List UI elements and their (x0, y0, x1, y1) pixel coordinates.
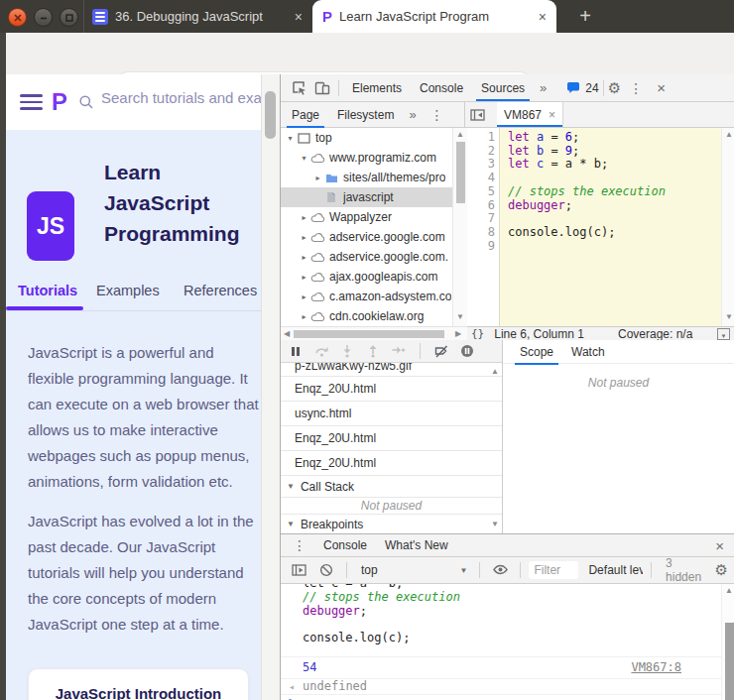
tree-item-cdn-cookielaw-org[interactable]: ▸cdn.cookielaw.org (281, 306, 452, 326)
expander-icon[interactable]: ▾ (299, 154, 309, 163)
tutorial-card[interactable]: JavaScript Introduction (28, 668, 249, 700)
tab-scope[interactable]: Scope (511, 338, 562, 365)
scroll-down-icon[interactable]: ▼ (725, 312, 733, 321)
tab-watch[interactable]: Watch (562, 338, 614, 365)
line-number[interactable]: 9 (467, 240, 495, 254)
console-prompt-icon[interactable]: > (289, 696, 296, 700)
scroll-right-icon[interactable]: ▶ (455, 329, 461, 338)
tab-close-icon[interactable]: × (295, 9, 303, 25)
editor-scrollbar[interactable]: ▲ ▼ (721, 128, 734, 326)
editor-tab-close-icon[interactable]: × (549, 108, 555, 122)
pause-on-exceptions-icon[interactable] (458, 342, 476, 360)
collapse-icon[interactable]: ▼ (287, 520, 295, 528)
expander-icon[interactable]: ▸ (299, 312, 309, 321)
tree-item-adservice-google-com[interactable]: ▸adservice.google.com (281, 227, 452, 247)
search-input[interactable] (99, 88, 261, 107)
thread-row[interactable]: Enqz_20U.html (281, 426, 502, 451)
programiz-logo[interactable]: P (52, 88, 67, 116)
devtools-close-icon[interactable]: × (651, 79, 672, 96)
hide-navigator-icon[interactable] (465, 103, 489, 127)
tree-item-top[interactable]: ▾top (281, 128, 452, 148)
tree-horizontal-scrollbar[interactable]: ◀ ▶ (281, 326, 467, 340)
call-stack-section[interactable]: ▼ Call Stack (281, 476, 502, 498)
console-filter-input[interactable] (529, 561, 578, 579)
line-number[interactable]: 1 (467, 131, 495, 145)
step-into-icon[interactable] (338, 342, 356, 360)
drawer-menu-icon[interactable]: ⋮ (285, 537, 314, 553)
settings-gear-icon[interactable]: ⚙ (608, 79, 621, 97)
devtools-tab-sources[interactable]: Sources (472, 74, 534, 101)
tab-close-icon[interactable]: × (539, 9, 547, 25)
line-number[interactable]: 4 (467, 172, 495, 185)
tree-item-c-amazon-adsystem-co[interactable]: ▸c.amazon-adsystem.co (281, 287, 452, 306)
step-out-icon[interactable] (364, 342, 382, 360)
expander-icon[interactable]: ▸ (299, 213, 309, 222)
tab-tutorials[interactable]: Tutorials (18, 283, 77, 298)
pause-script-icon[interactable] (287, 342, 305, 360)
drawer-tab-console[interactable]: Console (314, 532, 376, 559)
thread-row[interactable]: Enqz_20U.html (281, 451, 502, 476)
line-number[interactable]: 7 (467, 212, 495, 226)
scroll-down-icon[interactable]: ▼ (491, 520, 499, 528)
line-number[interactable]: 6 (467, 199, 495, 213)
thread-row[interactable]: p-zLwwaKwy-nzw5.gif (281, 363, 502, 377)
scroll-up-icon[interactable]: ▲ (725, 586, 733, 595)
line-number[interactable]: 5 (467, 185, 495, 199)
more-nav-tabs-icon[interactable]: » (403, 107, 422, 122)
hamburger-menu-icon[interactable] (20, 94, 43, 114)
line-number[interactable]: 2 (467, 145, 495, 159)
collapse-icon[interactable]: ▼ (287, 482, 295, 491)
scrollbar-thumb[interactable] (456, 142, 465, 203)
context-selector[interactable]: top ▼ (355, 563, 471, 577)
tree-item-adservice-google-com-[interactable]: ▸adservice.google.com. (281, 247, 452, 267)
expander-icon[interactable]: ▸ (299, 292, 309, 301)
expander-icon[interactable]: ▾ (285, 134, 296, 143)
device-toolbar-icon[interactable] (310, 76, 334, 100)
scroll-up-icon[interactable]: ▲ (456, 130, 464, 139)
line-number[interactable]: 3 (467, 158, 495, 172)
expander-icon[interactable]: ▸ (299, 233, 309, 242)
expand-panel-icon[interactable]: ▼ (717, 328, 730, 340)
nav-tab-page[interactable]: Page (283, 101, 328, 128)
console-scrollbar[interactable]: ▲ (721, 584, 734, 700)
scrollbar-thumb[interactable] (294, 330, 444, 338)
drawer-close-icon[interactable]: × (709, 537, 730, 554)
tree-item-www-programiz-com[interactable]: ▾www.programiz.com (281, 148, 452, 168)
expander-icon[interactable]: ▸ (312, 174, 323, 182)
browser-tab-inactive[interactable]: 36. Debugging JavaScript × (83, 0, 310, 33)
scroll-up-icon[interactable]: ▲ (491, 367, 499, 376)
drawer-tab-whats-new[interactable]: What's New (376, 532, 457, 559)
thread-row[interactable]: usync.html (281, 402, 502, 426)
more-tabs-icon[interactable]: » (534, 80, 552, 95)
expander-icon[interactable]: ▸ (299, 253, 309, 262)
tree-item-wappalyzer[interactable]: ▸Wappalyzer (281, 207, 452, 227)
window-minimize-button[interactable] (34, 8, 53, 27)
tab-examples[interactable]: Examples (96, 283, 160, 298)
editor-tab-vm867[interactable]: VM867 × (497, 102, 563, 127)
nav-tab-filesystem[interactable]: Filesystem (328, 101, 403, 128)
scroll-down-icon[interactable]: ▼ (456, 312, 464, 321)
line-number[interactable]: 8 (467, 226, 495, 240)
tree-item-sites-all-themes-pro[interactable]: ▸sites/all/themes/pro (281, 168, 452, 187)
deactivate-breakpoints-icon[interactable] (432, 342, 450, 360)
thread-row[interactable]: Enqz_20U.html (281, 377, 502, 402)
issues-counter[interactable]: 24 (566, 81, 598, 95)
browser-tab-active[interactable]: P Learn JavaScript Program × (312, 0, 556, 33)
breakpoints-section[interactable]: ▼ Breakpoints (281, 515, 502, 533)
devtools-tab-elements[interactable]: Elements (343, 74, 411, 101)
console-output[interactable]: let c = a * b;// stops the executiondebu… (281, 584, 721, 700)
source-link[interactable]: VM867:8 (631, 661, 681, 675)
code-editor[interactable]: 123456789 let a = 6;let b = 9;let c = a … (467, 128, 721, 326)
tree-item-ajax-googleapis-com[interactable]: ▸ajax.googleapis.com (281, 267, 452, 287)
step-icon[interactable] (390, 342, 408, 360)
devtools-menu-icon[interactable]: ⋮ (621, 80, 651, 96)
expander-icon[interactable]: ▸ (299, 273, 309, 282)
window-maximize-button[interactable] (60, 8, 78, 27)
inspect-element-icon[interactable] (287, 76, 310, 100)
new-tab-button[interactable]: + (571, 2, 599, 30)
step-over-icon[interactable] (312, 342, 330, 360)
pretty-print-icon[interactable]: {} (471, 327, 484, 340)
scroll-left-icon[interactable]: ◀ (284, 329, 290, 338)
console-sidebar-icon[interactable] (287, 558, 310, 582)
window-close-button[interactable] (8, 8, 27, 27)
